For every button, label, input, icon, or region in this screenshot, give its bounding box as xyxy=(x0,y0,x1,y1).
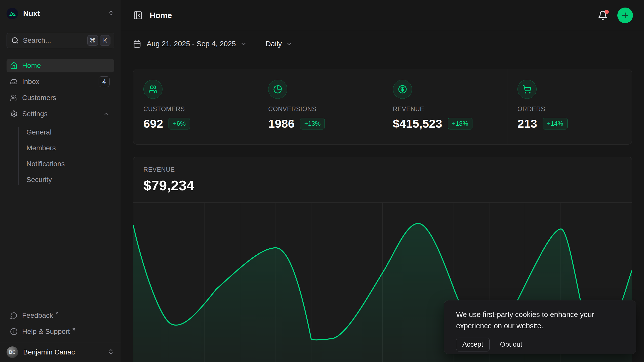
granularity-select[interactable]: Daily xyxy=(266,40,293,48)
user-menu[interactable]: BC Benjamin Canac xyxy=(0,342,121,362)
sidebar-subitem-label: General xyxy=(26,128,52,136)
external-link-icon xyxy=(71,325,76,333)
chevron-down-icon xyxy=(240,40,247,48)
search-placeholder: Search... xyxy=(23,36,87,44)
chevron-down-icon xyxy=(286,40,293,48)
stat-customers[interactable]: CUSTOMERS 692 +6% xyxy=(133,69,258,144)
stat-conversions[interactable]: CONVERSIONS 1986 +13% xyxy=(258,69,382,144)
sidebar-item-label: Customers xyxy=(22,94,110,102)
date-range-text: Aug 21, 2025 - Sep 4, 2025 xyxy=(147,40,236,48)
nuxt-logo-icon xyxy=(7,8,18,19)
stat-value: 1986 xyxy=(268,117,295,130)
revenue-chart-value: $79,234 xyxy=(143,177,622,194)
chevrons-up-down-icon xyxy=(108,348,114,356)
avatar: BC xyxy=(7,346,18,358)
stats-row: CUSTOMERS 692 +6% CONVERSIONS 1986 +13% xyxy=(133,69,632,145)
notification-dot xyxy=(605,10,609,14)
cart-icon xyxy=(517,80,537,99)
sidebar-subitem-label: Notifications xyxy=(26,160,65,168)
dollar-circle-icon xyxy=(393,80,412,99)
sidebar-item-notifications[interactable]: Notifications xyxy=(26,157,114,171)
sidebar-nav: Home Inbox 4 Customers Settings xyxy=(7,59,114,187)
date-range-picker[interactable]: Aug 21, 2025 - Sep 4, 2025 xyxy=(133,40,247,48)
stat-value: 213 xyxy=(517,117,537,130)
home-icon xyxy=(10,62,18,69)
inbox-count-badge: 4 xyxy=(99,76,110,87)
users-icon xyxy=(143,80,163,99)
org-name: Nuxt xyxy=(23,9,108,18)
org-switcher[interactable]: Nuxt xyxy=(7,6,114,22)
plus-icon xyxy=(621,11,629,20)
feedback-label: Feedback xyxy=(22,311,53,320)
revenue-chart-header: REVENUE $79,234 xyxy=(133,157,632,202)
sidebar-item-members[interactable]: Members xyxy=(26,141,114,155)
user-name: Benjamin Canac xyxy=(23,348,108,356)
stat-label: CONVERSIONS xyxy=(268,105,372,113)
stat-orders[interactable]: ORDERS 213 +14% xyxy=(507,69,632,144)
granularity-value: Daily xyxy=(266,40,282,48)
inbox-icon xyxy=(10,78,18,85)
sidebar-item-label: Home xyxy=(22,62,110,70)
stat-label: CUSTOMERS xyxy=(143,105,248,113)
sidebar-spacer xyxy=(7,187,114,308)
cookie-message: We use first-party cookies to enhance yo… xyxy=(456,309,617,332)
stat-value: $415,523 xyxy=(393,117,442,130)
notifications-button[interactable] xyxy=(598,10,608,20)
cookie-actions: Accept Opt out xyxy=(456,338,624,351)
chevrons-up-down-icon xyxy=(108,10,114,17)
add-button[interactable] xyxy=(617,8,633,23)
pie-chart-icon xyxy=(268,80,287,99)
feedback-link[interactable]: Feedback xyxy=(7,308,114,323)
calendar-icon xyxy=(133,40,141,48)
sidebar-item-label: Settings xyxy=(22,110,103,118)
search-input[interactable]: Search... ⌘ K xyxy=(7,33,114,48)
opt-out-button[interactable]: Opt out xyxy=(500,341,522,348)
external-link-icon xyxy=(55,309,59,317)
stat-delta-badge: +14% xyxy=(543,118,568,129)
chevron-up-icon xyxy=(103,111,110,117)
help-support-link[interactable]: Help & Support xyxy=(7,325,114,339)
accept-button[interactable]: Accept xyxy=(456,338,490,351)
users-icon xyxy=(10,94,18,102)
help-support-label: Help & Support xyxy=(22,328,70,336)
sidebar-item-general[interactable]: General xyxy=(26,125,114,139)
collapse-sidebar-icon[interactable] xyxy=(133,11,143,20)
revenue-chart-label: REVENUE xyxy=(143,166,622,173)
gear-icon xyxy=(10,110,18,118)
kbd-cmd: ⌘ xyxy=(87,35,98,46)
stat-label: REVENUE xyxy=(393,105,497,113)
stat-value: 692 xyxy=(143,117,163,130)
stat-delta-badge: +6% xyxy=(169,118,190,129)
header: Home xyxy=(121,0,644,31)
sidebar-subitem-label: Members xyxy=(26,144,56,152)
sidebar-item-settings[interactable]: Settings xyxy=(7,107,114,121)
stat-revenue[interactable]: REVENUE $415,523 +18% xyxy=(383,69,507,144)
sidebar-item-customers[interactable]: Customers xyxy=(7,91,114,105)
sidebar-footer: Feedback Help & Support xyxy=(7,308,114,342)
kbd-k: K xyxy=(100,35,110,46)
page-title: Home xyxy=(150,11,598,20)
message-bubble-icon xyxy=(10,312,18,319)
toolbar: Aug 21, 2025 - Sep 4, 2025 Daily xyxy=(121,31,644,57)
sidebar-item-inbox[interactable]: Inbox 4 xyxy=(7,75,114,88)
sidebar-item-security[interactable]: Security xyxy=(26,173,114,187)
sidebar-subitem-label: Security xyxy=(26,176,52,184)
sidebar-item-home[interactable]: Home xyxy=(7,59,114,72)
sidebar: Nuxt Search... ⌘ K Home xyxy=(0,0,121,362)
stat-label: ORDERS xyxy=(517,105,622,113)
settings-submenu: General Members Notifications Security xyxy=(7,125,114,187)
stat-delta-badge: +13% xyxy=(300,118,325,129)
sidebar-item-label: Inbox xyxy=(22,78,99,86)
cookie-banner: We use first-party cookies to enhance yo… xyxy=(444,300,636,354)
stat-delta-badge: +18% xyxy=(448,118,473,129)
info-circle-icon xyxy=(10,328,18,335)
search-icon xyxy=(11,37,19,44)
